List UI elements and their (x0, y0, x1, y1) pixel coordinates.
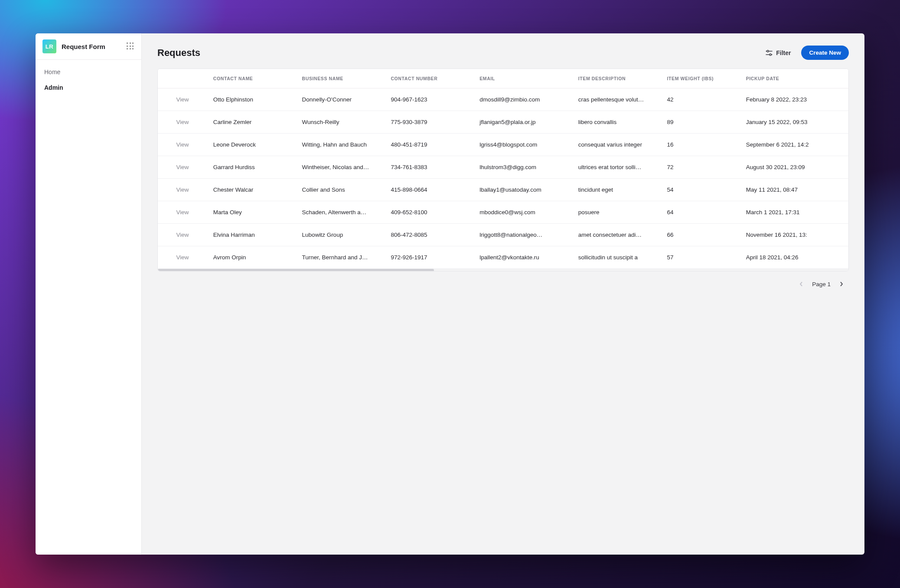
cell-contact-number: 734-761-8383 (385, 156, 473, 179)
view-link[interactable]: View (176, 141, 189, 148)
view-link[interactable]: View (176, 232, 189, 238)
cell-business-name: Lubowitz Group (296, 224, 385, 246)
cell-business-name: Witting, Hahn and Bauch (296, 134, 385, 156)
column-header[interactable]: BUSINESS NAME (296, 69, 385, 88)
requests-table: CONTACT NAMEBUSINESS NAMECONTACT NUMBERE… (158, 69, 848, 268)
page-label: Page 1 (812, 281, 831, 287)
cell-item-description: consequat varius integer (572, 134, 661, 156)
cell-contact-number: 415-898-0664 (385, 179, 473, 201)
sidebar-item-home[interactable]: Home (36, 64, 141, 80)
cell-email: lballay1@usatoday.com (473, 179, 572, 201)
cell-pickup-date: May 11 2021, 08:47 (740, 179, 848, 201)
app-window: LR Request Form HomeAdmin Requests Filte… (36, 33, 864, 555)
column-header[interactable] (158, 69, 207, 88)
cell-contact-name: Otto Elphinston (207, 88, 296, 111)
cell-pickup-date: November 16 2021, 13: (740, 224, 848, 246)
cell-email: lpallent2@vkontakte.ru (473, 246, 572, 269)
table-row: ViewElvina HarrimanLubowitz Group806-472… (158, 224, 848, 246)
cell-pickup-date: February 8 2022, 23:23 (740, 88, 848, 111)
view-link[interactable]: View (176, 254, 189, 261)
cell-contact-number: 480-451-8719 (385, 134, 473, 156)
table-body: ViewOtto ElphinstonDonnelly-O'Conner904-… (158, 88, 848, 269)
chevron-right-icon (839, 282, 844, 286)
cell-email: mboddice0@wsj.com (473, 201, 572, 224)
create-new-button[interactable]: Create New (801, 46, 849, 60)
cell-email: jflanigan5@plala.or.jp (473, 111, 572, 134)
cell-pickup-date: April 18 2021, 04:26 (740, 246, 848, 269)
cell-item-description: libero convallis (572, 111, 661, 134)
column-header[interactable]: EMAIL (473, 69, 572, 88)
cell-item-description: posuere (572, 201, 661, 224)
table-row: ViewCarline ZemlerWunsch-Reilly775-930-3… (158, 111, 848, 134)
cell-pickup-date: August 30 2021, 23:09 (740, 156, 848, 179)
cell-business-name: Turner, Bernhard and J… (296, 246, 385, 269)
cell-email: dmosdill9@zimbio.com (473, 88, 572, 111)
table-row: ViewChester WalcarCollier and Sons415-89… (158, 179, 848, 201)
cell-contact-name: Garrard Hurdiss (207, 156, 296, 179)
cell-contact-number: 806-472-8085 (385, 224, 473, 246)
page-title: Requests (157, 47, 200, 59)
cell-item-weight: 16 (661, 134, 740, 156)
table-row: ViewGarrard HurdissWintheiser, Nicolas a… (158, 156, 848, 179)
cell-business-name: Wunsch-Reilly (296, 111, 385, 134)
app-menu-icon[interactable] (127, 42, 134, 50)
cell-item-description: ultrices erat tortor solli… (572, 156, 661, 179)
column-header[interactable]: CONTACT NUMBER (385, 69, 473, 88)
sidebar-header: LR Request Form (36, 33, 141, 60)
page-header: Requests Filter Create New (157, 46, 849, 60)
cell-business-name: Donnelly-O'Conner (296, 88, 385, 111)
cell-item-weight: 89 (661, 111, 740, 134)
cell-item-description: sollicitudin ut suscipit a (572, 246, 661, 269)
svg-point-3 (770, 54, 771, 56)
view-link[interactable]: View (176, 96, 189, 103)
column-header[interactable]: ITEM WEIGHT (IBS) (661, 69, 740, 88)
chevron-left-icon (799, 282, 803, 286)
cell-email: lgriss4@blogspot.com (473, 134, 572, 156)
cell-item-weight: 72 (661, 156, 740, 179)
sidebar-nav: HomeAdmin (36, 60, 141, 100)
app-title: Request Form (62, 43, 121, 50)
sidebar: LR Request Form HomeAdmin (36, 33, 142, 555)
cell-business-name: Collier and Sons (296, 179, 385, 201)
app-logo: LR (42, 39, 56, 53)
prev-page-button[interactable] (796, 279, 806, 289)
horizontal-scrollbar-track[interactable] (158, 268, 848, 271)
cell-contact-name: Avrom Orpin (207, 246, 296, 269)
table-row: ViewAvrom OrpinTurner, Bernhard and J…97… (158, 246, 848, 269)
main-content: Requests Filter Create New (142, 33, 864, 555)
cell-contact-number: 409-652-8100 (385, 201, 473, 224)
cell-pickup-date: January 15 2022, 09:53 (740, 111, 848, 134)
view-link[interactable]: View (176, 209, 189, 216)
cell-item-weight: 57 (661, 246, 740, 269)
cell-pickup-date: September 6 2021, 14:2 (740, 134, 848, 156)
cell-contact-name: Chester Walcar (207, 179, 296, 201)
view-link[interactable]: View (176, 164, 189, 170)
column-header[interactable]: ITEM DESCRIPTION (572, 69, 661, 88)
cell-contact-name: Elvina Harriman (207, 224, 296, 246)
requests-table-container: CONTACT NAMEBUSINESS NAMECONTACT NUMBERE… (157, 69, 849, 271)
svg-point-1 (767, 50, 769, 52)
cell-contact-name: Leone Deverock (207, 134, 296, 156)
cell-item-description: tincidunt eget (572, 179, 661, 201)
column-header[interactable]: CONTACT NAME (207, 69, 296, 88)
cell-business-name: Wintheiser, Nicolas and… (296, 156, 385, 179)
table-row: ViewLeone DeverockWitting, Hahn and Bauc… (158, 134, 848, 156)
cell-contact-number: 904-967-1623 (385, 88, 473, 111)
cell-pickup-date: March 1 2021, 17:31 (740, 201, 848, 224)
cell-item-weight: 66 (661, 224, 740, 246)
sidebar-item-admin[interactable]: Admin (36, 80, 141, 95)
view-link[interactable]: View (176, 119, 189, 125)
cell-item-weight: 64 (661, 201, 740, 224)
column-header[interactable]: PICKUP DATE (740, 69, 848, 88)
filter-button[interactable]: Filter (761, 46, 795, 60)
cell-email: lhulstrom3@digg.com (473, 156, 572, 179)
cell-item-weight: 42 (661, 88, 740, 111)
cell-contact-number: 775-930-3879 (385, 111, 473, 134)
cell-contact-name: Marta Oley (207, 201, 296, 224)
view-link[interactable]: View (176, 186, 189, 193)
cell-contact-name: Carline Zemler (207, 111, 296, 134)
pagination: Page 1 (157, 271, 849, 289)
table-scroll[interactable]: CONTACT NAMEBUSINESS NAMECONTACT NUMBERE… (158, 69, 848, 268)
next-page-button[interactable] (837, 279, 846, 289)
sliders-icon (766, 50, 773, 56)
